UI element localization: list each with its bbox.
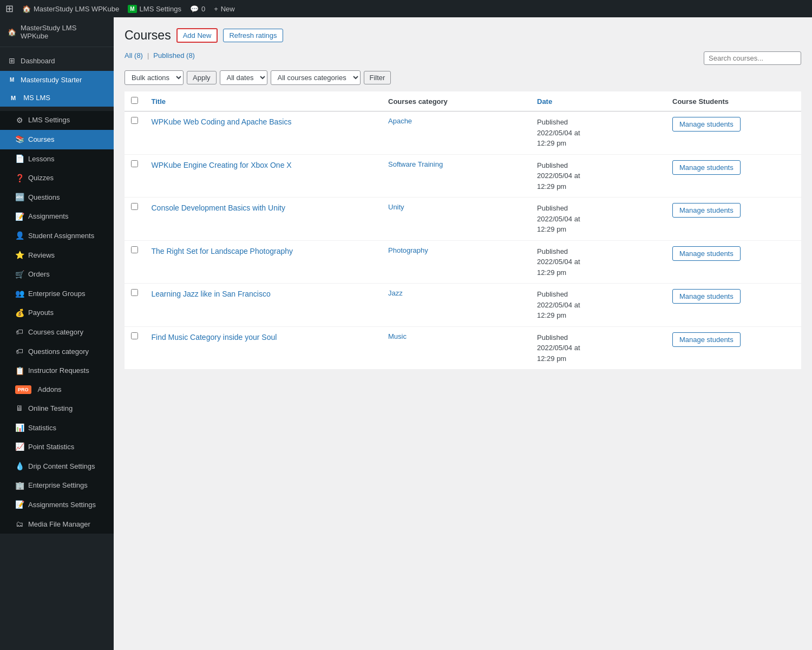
courses-table: Title Courses category Date Course Stude… xyxy=(125,91,801,370)
date-info-2: Published2022/05/04 at12:29 pm xyxy=(537,203,659,235)
point-statistics-icon: 📈 xyxy=(15,442,24,452)
sidebar-item-enterprise-groups[interactable]: 👥 Enterprise Groups xyxy=(0,284,114,304)
row-checkbox-4[interactable] xyxy=(131,289,138,296)
sidebar-item-mslms[interactable]: M MS LMS xyxy=(0,89,114,107)
row-students-cell-3: Manage students xyxy=(666,240,801,284)
title-sort-link[interactable]: Title xyxy=(152,97,166,106)
drip-content-icon: 💧 xyxy=(15,461,24,472)
admin-bar: ⊞ 🏠 MasterStudy LMS WPKube M LMS Setting… xyxy=(0,0,812,17)
search-input[interactable] xyxy=(704,51,801,65)
enterprise-settings-icon: 🏢 xyxy=(15,481,24,491)
row-title-cell-2: Console Development Basics with Unity xyxy=(145,198,382,241)
category-link-0[interactable]: Apache xyxy=(388,117,412,125)
all-courses-categories-select[interactable]: All courses categories xyxy=(271,70,361,85)
course-title-link-5[interactable]: Find Music Category inside your Soul xyxy=(152,333,277,342)
refresh-ratings-button[interactable]: Refresh ratings xyxy=(223,29,283,42)
admin-bar-lms[interactable]: M LMS Settings xyxy=(128,5,181,13)
row-checkbox-cell-5 xyxy=(125,326,145,370)
sidebar-item-reviews[interactable]: ⭐ Reviews xyxy=(0,246,114,265)
row-checkbox-5[interactable] xyxy=(131,332,138,339)
row-students-cell-5: Manage students xyxy=(666,326,801,370)
row-checkbox-0[interactable] xyxy=(131,117,138,124)
sidebar-item-point-statistics[interactable]: 📈 Point Statistics xyxy=(0,437,114,457)
status-all-link[interactable]: All (8) xyxy=(125,51,143,65)
category-link-5[interactable]: Music xyxy=(388,332,407,340)
sidebar-item-lessons[interactable]: 📄 Lessons xyxy=(0,149,114,169)
sidebar: 🏠 MasterStudy LMS WPKube ⊞ Dashboard M M… xyxy=(0,17,114,650)
filter-button[interactable]: Filter xyxy=(364,71,391,84)
sidebar-item-statistics[interactable]: 📊 Statistics xyxy=(0,418,114,438)
manage-students-button-4[interactable]: Manage students xyxy=(672,289,741,304)
sidebar-item-instructor-requests[interactable]: 📋 Instructor Requests xyxy=(0,362,114,381)
sidebar-item-courses[interactable]: 📚 Courses xyxy=(0,130,114,149)
row-checkbox-3[interactable] xyxy=(131,246,138,253)
status-published-link[interactable]: Published (8) xyxy=(153,51,195,65)
manage-students-button-3[interactable]: Manage students xyxy=(672,246,741,261)
category-link-4[interactable]: Jazz xyxy=(388,289,403,297)
manage-students-button-1[interactable]: Manage students xyxy=(672,160,741,175)
manage-students-button-5[interactable]: Manage students xyxy=(672,332,741,347)
date-info-5: Published2022/05/04 at12:29 pm xyxy=(537,332,659,364)
sidebar-item-dashboard[interactable]: ⊞ Dashboard xyxy=(0,51,114,71)
quizzes-icon: ❓ xyxy=(15,173,24,184)
sidebar-item-lms-settings[interactable]: ⚙ LMS Settings xyxy=(0,111,114,130)
category-link-3[interactable]: Photography xyxy=(388,246,428,254)
home-icon: 🏠 xyxy=(22,5,31,13)
course-title-link-4[interactable]: Learning Jazz like in San Francisco xyxy=(152,290,271,298)
sidebar-item-student-assignments[interactable]: 👤 Student Assignments xyxy=(0,226,114,246)
questions-category-icon: 🏷 xyxy=(15,346,24,357)
admin-bar-site[interactable]: 🏠 MasterStudy LMS WPKube xyxy=(22,5,119,13)
course-title-link-2[interactable]: Console Development Basics with Unity xyxy=(152,203,285,212)
student-assignments-icon: 👤 xyxy=(15,231,24,241)
sidebar-item-media-file-manager[interactable]: 🗂 Media File Manager xyxy=(0,515,114,534)
category-link-2[interactable]: Unity xyxy=(388,203,404,211)
row-checkbox-cell-4 xyxy=(125,284,145,327)
sidebar-item-orders[interactable]: 🛒 Orders xyxy=(0,265,114,285)
date-sort-link[interactable]: Date xyxy=(537,97,552,106)
add-new-button[interactable]: Add New xyxy=(176,28,218,43)
sidebar-item-assignments-settings[interactable]: 📝 Assignments Settings xyxy=(0,495,114,515)
bulk-actions-select[interactable]: Bulk actions xyxy=(125,70,184,85)
all-dates-select[interactable]: All dates xyxy=(220,70,267,85)
table-row: The Right Set for Landscape Photography … xyxy=(125,240,801,284)
course-title-link-1[interactable]: WPKube Engine Creating for Xbox One X xyxy=(152,161,292,169)
select-all-checkbox[interactable] xyxy=(131,97,138,104)
sidebar-item-assignments[interactable]: 📝 Assignments xyxy=(0,207,114,227)
wp-logo-icon[interactable]: ⊞ xyxy=(5,3,14,15)
sidebar-item-online-testing[interactable]: 🖥 Online Testing xyxy=(0,399,114,418)
row-checkbox-1[interactable] xyxy=(131,160,138,167)
category-link-1[interactable]: Software Training xyxy=(388,160,443,168)
manage-students-button-0[interactable]: Manage students xyxy=(672,117,741,132)
apply-button[interactable]: Apply xyxy=(187,71,217,84)
row-checkbox-2[interactable] xyxy=(131,203,138,210)
sidebar-item-drip-content-settings[interactable]: 💧 Drip Content Settings xyxy=(0,457,114,476)
sidebar-item-addons[interactable]: PRO Addons xyxy=(0,380,114,399)
sidebar-item-quizzes[interactable]: ❓ Quizzes xyxy=(0,169,114,188)
sidebar-section-main: ⊞ Dashboard M Masterstudy Starter M MS L… xyxy=(0,47,114,111)
row-date-cell-2: Published2022/05/04 at12:29 pm xyxy=(531,198,666,241)
status-links: All (8) | Published (8) xyxy=(125,51,801,65)
manage-students-button-2[interactable]: Manage students xyxy=(672,203,741,218)
sidebar-item-questions[interactable]: 🔤 Questions xyxy=(0,188,114,207)
table-row: Console Development Basics with Unity Un… xyxy=(125,198,801,241)
payouts-icon: 💰 xyxy=(15,308,24,319)
row-title-cell-5: Find Music Category inside your Soul xyxy=(145,326,382,370)
category-header: Courses category xyxy=(382,91,531,111)
select-all-header xyxy=(125,91,145,111)
sidebar-site-name[interactable]: 🏠 MasterStudy LMS WPKube xyxy=(0,17,114,47)
title-header: Title xyxy=(145,91,382,111)
sidebar-item-enterprise-settings[interactable]: 🏢 Enterprise Settings xyxy=(0,476,114,496)
sidebar-item-masterstudystarter[interactable]: M Masterstudy Starter xyxy=(0,71,114,89)
row-category-cell-1: Software Training xyxy=(382,154,531,198)
row-title-cell-4: Learning Jazz like in San Francisco xyxy=(145,284,382,327)
course-title-link-3[interactable]: The Right Set for Landscape Photography xyxy=(152,247,293,255)
sidebar-item-courses-category[interactable]: 🏷 Courses category xyxy=(0,323,114,342)
sidebar-item-payouts[interactable]: 💰 Payouts xyxy=(0,304,114,323)
sidebar-item-questions-category[interactable]: 🏷 Questions category xyxy=(0,342,114,362)
main-content: Courses Add New Refresh ratings All (8) … xyxy=(114,17,812,650)
admin-bar-comments[interactable]: 💬 0 xyxy=(190,5,205,13)
site-home-icon: 🏠 xyxy=(8,28,16,36)
status-sep: | xyxy=(147,51,149,65)
course-title-link-0[interactable]: WPKube Web Coding and Apache Basics xyxy=(152,117,292,126)
admin-bar-new[interactable]: + New xyxy=(214,5,235,13)
